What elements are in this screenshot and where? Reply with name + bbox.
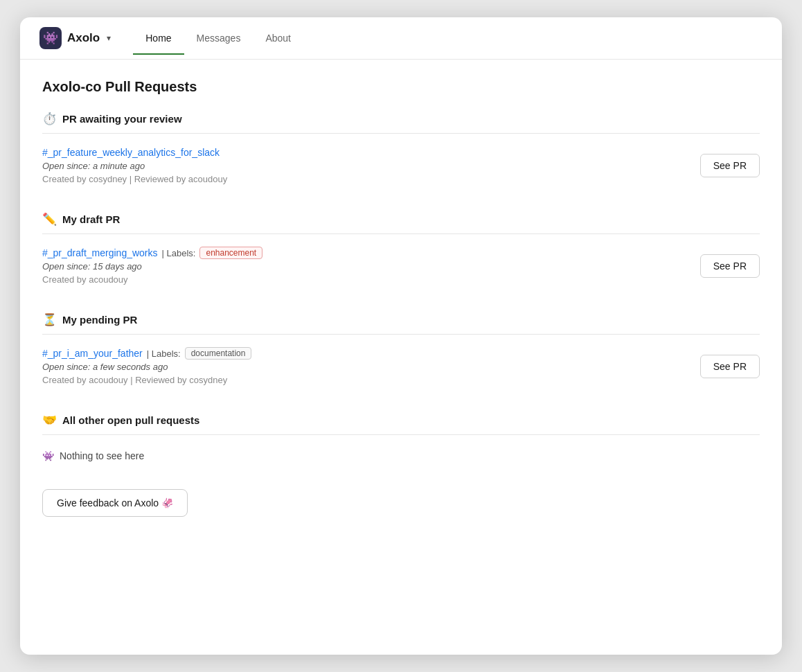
section-header-draft-pr: ✏️ My draft PR: [42, 212, 760, 234]
see-pr-button-2[interactable]: See PR: [700, 254, 760, 278]
pr-item: #_pr_feature_weekly_analytics_for_slack …: [42, 143, 760, 193]
empty-state-emoji: 👾: [42, 450, 54, 461]
main-content: Axolo-co Pull Requests ⏱️ PR awaiting yo…: [20, 60, 782, 655]
tab-home[interactable]: Home: [133, 33, 184, 55]
section-draft-pr: ✏️ My draft PR #_pr_draft_merging_works …: [42, 212, 760, 293]
label-badge-enhancement: enhancement: [199, 247, 262, 259]
pr-open-since: Open since: a few seconds ago: [42, 362, 689, 372]
feedback-section: Give feedback on Axolo 🦑: [42, 489, 760, 517]
empty-state-row: 👾 Nothing to see here: [42, 445, 760, 464]
logo-emoji: 👾: [43, 30, 58, 46]
see-pr-button-3[interactable]: See PR: [700, 355, 760, 378]
draft-pr-emoji: ✏️: [42, 212, 57, 227]
draft-pr-title: My draft PR: [62, 213, 120, 225]
awaiting-review-title: PR awaiting your review: [62, 113, 182, 125]
pr-item: #_pr_draft_merging_works | Labels: enhan…: [42, 244, 760, 293]
nav-tabs: Home Messages About: [133, 33, 303, 54]
section-pending-pr: ⏳ My pending PR #_pr_i_am_your_father | …: [42, 312, 760, 394]
pr-labels-row: #_pr_i_am_your_father | Labels: document…: [42, 347, 689, 360]
pr-info: #_pr_i_am_your_father | Labels: document…: [42, 347, 689, 385]
section-header-pending-pr: ⏳ My pending PR: [42, 312, 760, 335]
pr-link[interactable]: #_pr_feature_weekly_analytics_for_slack: [42, 147, 220, 158]
labels-prefix: | Labels:: [162, 248, 196, 258]
tab-about[interactable]: About: [253, 33, 303, 55]
tab-messages[interactable]: Messages: [184, 33, 253, 55]
label-badge-documentation: documentation: [185, 347, 252, 360]
pending-pr-title: My pending PR: [62, 314, 137, 326]
app-window: 👾 Axolo ▾ Home Messages About Axolo-co P…: [20, 17, 782, 655]
header: 👾 Axolo ▾ Home Messages About: [20, 17, 782, 60]
logo-area[interactable]: 👾 Axolo ▾: [39, 27, 111, 59]
section-awaiting-review: ⏱️ PR awaiting your review #_pr_feature_…: [42, 112, 760, 193]
page-title: Axolo-co Pull Requests: [42, 79, 760, 95]
app-name: Axolo: [67, 31, 100, 45]
pr-labels-row: #_pr_draft_merging_works | Labels: enhan…: [42, 247, 689, 259]
empty-state-text: Nothing to see here: [60, 450, 144, 461]
pr-created-by: Created by acoudouy | Reviewed by cosydn…: [42, 375, 689, 385]
pr-link[interactable]: #_pr_draft_merging_works: [42, 247, 158, 258]
app-logo-icon: 👾: [39, 27, 62, 49]
pr-created-by: Created by cosydney | Reviewed by acoudo…: [42, 174, 689, 184]
section-all-prs: 🤝 All other open pull requests 👾 Nothing…: [42, 413, 760, 464]
pr-info: #_pr_draft_merging_works | Labels: enhan…: [42, 247, 689, 285]
pr-open-since: Open since: 15 days ago: [42, 261, 689, 272]
see-pr-button-1[interactable]: See PR: [700, 154, 760, 177]
all-prs-emoji: 🤝: [42, 413, 57, 427]
pending-pr-emoji: ⏳: [42, 312, 57, 327]
pr-item: #_pr_i_am_your_father | Labels: document…: [42, 344, 760, 394]
section-header-all-prs: 🤝 All other open pull requests: [42, 413, 760, 435]
all-prs-title: All other open pull requests: [62, 414, 199, 426]
pr-info: #_pr_feature_weekly_analytics_for_slack …: [42, 146, 689, 184]
chevron-down-icon: ▾: [107, 33, 111, 43]
pr-link[interactable]: #_pr_i_am_your_father: [42, 348, 143, 359]
awaiting-review-emoji: ⏱️: [42, 112, 57, 126]
labels-prefix: | Labels:: [147, 348, 181, 359]
feedback-button[interactable]: Give feedback on Axolo 🦑: [42, 489, 188, 517]
section-header-awaiting-review: ⏱️ PR awaiting your review: [42, 112, 760, 134]
pr-created-by: Created by acoudouy: [42, 274, 689, 285]
pr-open-since: Open since: a minute ago: [42, 161, 689, 171]
